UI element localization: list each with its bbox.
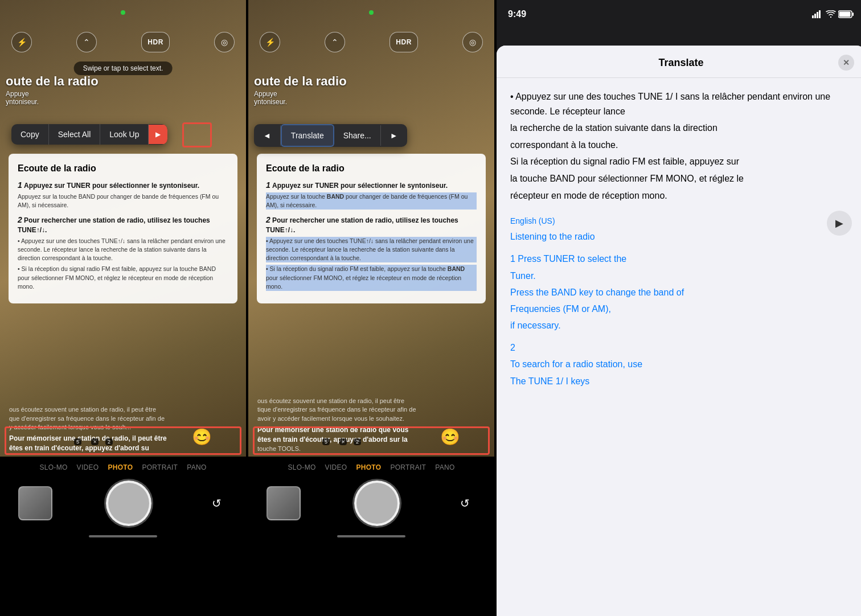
mode-slomo-1[interactable]: SLO-MO bbox=[39, 463, 67, 471]
counter-badge-2a: 5 bbox=[322, 438, 330, 445]
hdr-button-2[interactable]: HDR bbox=[390, 32, 418, 52]
french-line-6: récepteur en mode de réception mono. bbox=[510, 188, 852, 203]
document-overlay-2: Ecoute de la radio 1 Appuyez sur TUNER p… bbox=[257, 154, 486, 303]
mode-video-1[interactable]: VIDEO bbox=[77, 463, 99, 471]
doc-item-2: 2 Pour rechercher une station de radio, … bbox=[18, 214, 228, 291]
doc-item2-bullet1: • Appuyez sur une des touches TUNE↑/↓ sa… bbox=[18, 237, 228, 263]
translate-header: Translate ✕ bbox=[497, 46, 861, 78]
mode-selector-1: SLO-MO VIDEO PHOTO PORTRAIT PANO bbox=[0, 457, 246, 476]
emoji-sticker-2: 😊 bbox=[440, 428, 460, 446]
page-title-1: oute de la radio bbox=[6, 74, 99, 89]
home-indicator-2 bbox=[337, 535, 405, 537]
translate-title: Translate bbox=[524, 57, 838, 69]
thumbnail-preview-2[interactable] bbox=[266, 486, 301, 520]
camera-bottom-1: SLO-MO VIDEO PHOTO PORTRAIT PANO ↺ bbox=[0, 457, 246, 616]
mode-slomo-2[interactable]: SLO-MO bbox=[288, 463, 315, 471]
back-menu-arrow[interactable]: ◄ bbox=[254, 125, 281, 146]
battery-icon bbox=[838, 10, 854, 18]
document-overlay-1: Ecoute de la radio 1 Appuyez sur TUNER p… bbox=[9, 154, 237, 303]
counter-badge-1c: 2 bbox=[105, 438, 113, 445]
french-line-2: la recherche de la station suivante dans… bbox=[510, 121, 852, 135]
en-freq1: Frequencies (FM or AM), bbox=[510, 301, 852, 317]
status-dot-2 bbox=[369, 10, 374, 15]
signal-icon bbox=[812, 10, 823, 18]
en-band: Press the BAND key to change the band of bbox=[510, 285, 852, 300]
en-num2: 2 bbox=[510, 340, 852, 355]
copy-button[interactable]: Copy bbox=[11, 124, 49, 145]
svg-rect-1 bbox=[814, 14, 816, 18]
chevron-up-icon[interactable]: ⌃ bbox=[76, 32, 97, 52]
flash-icon[interactable]: ⚡ bbox=[11, 32, 32, 52]
page-subtitle-3: Appuye bbox=[254, 90, 277, 98]
page-subtitle-1: Appuye bbox=[6, 90, 29, 98]
mode-photo-2[interactable]: PHOTO bbox=[356, 463, 381, 471]
counter-badge-1a: 5 bbox=[74, 438, 81, 445]
thumbnail-preview-1[interactable] bbox=[18, 486, 52, 520]
live-photo-icon-2[interactable]: ◎ bbox=[462, 32, 483, 52]
doc-title-1: Ecoute de la radio bbox=[18, 162, 228, 175]
home-indicator-1 bbox=[89, 535, 157, 537]
shutter-button-1[interactable] bbox=[106, 481, 151, 526]
live-photo-icon[interactable]: ◎ bbox=[214, 32, 235, 52]
translate-body: • Appuyez sur une des touches TUNE 1/ I … bbox=[497, 78, 861, 609]
mode-photo-1[interactable]: PHOTO bbox=[108, 463, 133, 471]
bottom-text-2: ous écoutez souvent une station de radio… bbox=[248, 393, 494, 457]
doc-item-2a: 1 Appuyez sur TUNER pour sélectionner le… bbox=[266, 179, 477, 210]
svg-rect-5 bbox=[839, 12, 851, 17]
rotate-camera-button-1[interactable]: ↺ bbox=[205, 492, 228, 515]
selected-text-3: • Si la réception du signal radio FM est… bbox=[266, 265, 477, 291]
camera-bottom-2: SLO-MO VIDEO PHOTO PORTRAIT PANO ↺ bbox=[248, 457, 494, 616]
svg-rect-0 bbox=[812, 15, 814, 18]
translate-status-bar: 9:49 bbox=[497, 0, 861, 28]
doc-title-2: Ecoute de la radio bbox=[266, 162, 477, 175]
play-audio-button[interactable]: ▶ bbox=[827, 211, 852, 236]
en-search: To search for a radio station, use bbox=[510, 356, 852, 372]
french-line-1: • Appuyez sur une des touches TUNE 1/ I … bbox=[510, 89, 852, 118]
context-menu-2: ◄ Translate Share... ► bbox=[254, 124, 407, 147]
mode-selector-2: SLO-MO VIDEO PHOTO PORTRAIT PANO bbox=[248, 457, 494, 476]
top-controls-2: ⚡ ⌃ HDR ◎ bbox=[248, 25, 494, 59]
shutter-button-2[interactable] bbox=[354, 481, 400, 526]
hdr-button[interactable]: HDR bbox=[141, 32, 170, 52]
mode-video-2[interactable]: VIDEO bbox=[325, 463, 347, 471]
wifi-icon bbox=[826, 10, 836, 18]
svg-rect-2 bbox=[817, 12, 818, 18]
doc-num-1: 1 bbox=[18, 180, 22, 190]
panel-2-camera-translate: ⚡ ⌃ HDR ◎ oute de la radio Appuye yntoni… bbox=[248, 0, 494, 616]
status-bar-1 bbox=[0, 0, 246, 25]
mode-portrait-2[interactable]: PORTRAIT bbox=[390, 463, 426, 471]
svg-rect-6 bbox=[852, 13, 854, 16]
mode-portrait-1[interactable]: PORTRAIT bbox=[142, 463, 178, 471]
status-bar-2 bbox=[248, 0, 494, 25]
language-label: English (US) bbox=[510, 216, 852, 225]
translate-button[interactable]: Translate bbox=[281, 124, 334, 147]
select-all-button[interactable]: Select All bbox=[49, 124, 101, 145]
status-right-icons bbox=[812, 10, 854, 18]
close-button[interactable]: ✕ bbox=[838, 55, 854, 71]
flash-icon-2[interactable]: ⚡ bbox=[260, 32, 280, 52]
status-dot-1 bbox=[121, 10, 125, 15]
panel-1-camera-copy: ⚡ ⌃ HDR ◎ Swipe or tap to select text. o… bbox=[0, 0, 246, 616]
look-up-button[interactable]: Look Up bbox=[100, 124, 149, 145]
doc-num-2: 2 bbox=[18, 215, 22, 224]
chevron-up-icon-2[interactable]: ⌃ bbox=[325, 32, 345, 52]
en-line-1: 1 Press TUNER to select the bbox=[510, 251, 852, 266]
doc-item2-bullet2: • Si la réception du signal radio FM est… bbox=[18, 265, 228, 291]
mode-pano-2[interactable]: PANO bbox=[435, 463, 454, 471]
en-title: Listening to the radio bbox=[510, 229, 852, 244]
counter-badge-2c: 2 bbox=[354, 438, 361, 445]
mode-pano-1[interactable]: PANO bbox=[187, 463, 206, 471]
en-tuner: Tuner. bbox=[510, 268, 852, 284]
en-tune: The TUNE 1/ I keys bbox=[510, 373, 852, 389]
forward-menu-arrow[interactable]: ► bbox=[381, 125, 407, 146]
en-freq2: if necessary. bbox=[510, 318, 852, 333]
panel-3-translate-result: 9:49 bbox=[497, 0, 861, 616]
rotate-camera-button-2[interactable]: ↺ bbox=[453, 492, 476, 515]
top-controls-1: ⚡ ⌃ HDR ◎ bbox=[0, 25, 246, 59]
share-button[interactable]: Share... bbox=[334, 125, 381, 146]
more-menu-arrow[interactable]: ▶ bbox=[149, 125, 167, 144]
french-translation-text: • Appuyez sur une des touches TUNE 1/ I … bbox=[510, 89, 852, 203]
emoji-sticker-1: 😊 bbox=[192, 428, 212, 446]
doc-item-2b: 2 Pour rechercher une station de radio, … bbox=[266, 214, 477, 291]
page-subtitle-4: yntoniseur. bbox=[254, 98, 287, 106]
